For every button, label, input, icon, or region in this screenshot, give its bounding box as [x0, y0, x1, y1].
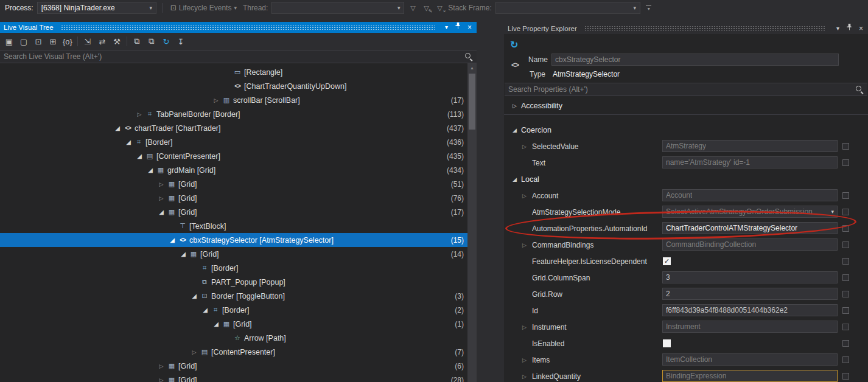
- tree-row-rectangle[interactable]: ▭[Rectangle]: [0, 65, 467, 79]
- tree-row-grdmain-grid[interactable]: ◢▦grdMain [Grid](434): [0, 163, 467, 177]
- lifecycle-events-button[interactable]: ⊡ Lifecycle Events ▾: [168, 2, 239, 14]
- collapse-icon[interactable]: ◢: [513, 176, 521, 182]
- expand-icon[interactable]: ▷: [135, 111, 144, 117]
- refresh-icon[interactable]: ↻: [159, 35, 173, 48]
- duplicate-icon[interactable]: ⧉: [145, 35, 158, 48]
- tree-row-contentpresenter[interactable]: ▷▤[ContentPresenter](7): [0, 345, 467, 359]
- edit-filter-icon[interactable]: ▽✎: [421, 4, 431, 12]
- go-to-source-icon[interactable]: ⇲: [81, 35, 94, 48]
- collapse-icon[interactable]: ◢: [145, 167, 155, 173]
- expand-icon[interactable]: ▷: [522, 357, 532, 363]
- property-row-commandbindings[interactable]: ▷CommandBindingsCommandBindingCollection: [504, 237, 868, 253]
- property-pin-checkbox[interactable]: [842, 159, 849, 166]
- display-layout-adorners-icon[interactable]: ▢: [17, 35, 30, 48]
- tree-row-grid[interactable]: ◢▦[Grid](1): [0, 317, 467, 331]
- collapse-icon[interactable]: ◢: [113, 125, 122, 131]
- property-pin-checkbox[interactable]: [842, 307, 849, 314]
- collapse-icon[interactable]: ◢: [135, 153, 144, 159]
- property-pin-checkbox[interactable]: [842, 225, 849, 232]
- property-pin-checkbox[interactable]: [842, 291, 849, 297]
- property-pin-checkbox[interactable]: [842, 143, 849, 150]
- refresh-icon[interactable]: ↻: [510, 39, 518, 50]
- property-value-field[interactable]: AtmStrategy: [662, 140, 838, 152]
- clear-filter-icon[interactable]: ▽×: [435, 4, 444, 12]
- pin-icon[interactable]: [845, 24, 854, 33]
- pin-icon[interactable]: [453, 23, 463, 32]
- property-value-field[interactable]: BindingExpression: [662, 370, 838, 382]
- toolbar-overflow-button[interactable]: ▾: [644, 5, 654, 11]
- property-row-instrument[interactable]: ▷InstrumentInstrument: [504, 319, 868, 335]
- property-pin-checkbox[interactable]: [842, 192, 849, 199]
- property-pin-checkbox[interactable]: [842, 209, 849, 215]
- tree-row-grid[interactable]: ▷▦[Grid](6): [0, 359, 467, 373]
- property-row-grid-row[interactable]: Grid.Row2: [504, 286, 868, 302]
- property-value-field[interactable]: CommandBindingCollection: [662, 238, 838, 251]
- expand-icon[interactable]: ▷: [522, 373, 532, 380]
- property-explorer-titlebar[interactable]: Live Property Explorer ▾ ×: [504, 23, 868, 34]
- expand-icon[interactable]: ▷: [156, 377, 166, 382]
- property-pin-checkbox[interactable]: [842, 241, 849, 248]
- expand-icon[interactable]: ▷: [513, 103, 521, 109]
- collapse-icon[interactable]: ◢: [200, 307, 210, 313]
- property-row-isenabled[interactable]: IsEnabled: [504, 335, 868, 352]
- tree-row-charttraderquantityupdown[interactable]: <>[ChartTraderQuantityUpDown]: [0, 79, 467, 93]
- chevron-down-icon[interactable]: ▾: [831, 209, 834, 215]
- property-group-coercion[interactable]: ◢Coercion: [504, 122, 868, 138]
- property-search-input[interactable]: Search Properties (Alt+'): [505, 83, 867, 96]
- tree-row-tabpanelborder-border[interactable]: ▷⌗TabPanelBorder [Border](113): [0, 107, 467, 121]
- tree-row-cbxstrategyselector-atmstrategyselector[interactable]: ◢<>cbxStrategySelector [AtmStrategySelec…: [0, 233, 467, 247]
- expand-icon[interactable]: ▷: [156, 195, 166, 201]
- compare-icon[interactable]: ⇄: [96, 35, 109, 48]
- filter-icon[interactable]: ▽: [408, 4, 418, 12]
- tree-row-grid[interactable]: ▷▦[Grid](76): [0, 191, 467, 205]
- tree-row-grid[interactable]: ▷▦[Grid](28): [0, 373, 467, 382]
- scroll-up-icon[interactable]: ▲: [467, 63, 477, 72]
- collapse-icon[interactable]: ◢: [211, 321, 221, 327]
- expand-icon[interactable]: ▷: [522, 193, 532, 199]
- close-icon[interactable]: ×: [856, 24, 866, 33]
- collapse-icon[interactable]: ◢: [513, 127, 521, 133]
- vertical-scrollbar[interactable]: ▲: [467, 63, 477, 382]
- checkbox-unchecked[interactable]: [663, 339, 671, 347]
- track-focused-element-icon[interactable]: {o}: [61, 35, 74, 48]
- name-field[interactable]: cbxStrategySelector: [551, 54, 839, 66]
- expand-icon[interactable]: ▷: [156, 181, 166, 187]
- visual-tree-search-input[interactable]: Search Live Visual Tree (Alt+'): [0, 50, 477, 63]
- property-value-field[interactable]: Instrument: [662, 321, 838, 333]
- property-pin-checkbox[interactable]: [842, 258, 849, 265]
- expand-icon[interactable]: ▷: [522, 242, 532, 248]
- tree-row-border[interactable]: ◢⌗[Border](2): [0, 303, 467, 317]
- property-row-account[interactable]: ▷AccountAccount: [504, 187, 868, 204]
- property-row-items[interactable]: ▷ItemsItemCollection: [504, 352, 868, 368]
- property-row-grid-columnspan[interactable]: Grid.ColumnSpan3: [504, 269, 868, 286]
- tree-row-textblock[interactable]: ⊤[TextBlock]: [0, 219, 467, 233]
- thread-combobox[interactable]: ▾: [271, 2, 404, 14]
- property-value-field[interactable]: f6ff843d39a54f8488d0051404b362e2: [662, 304, 838, 316]
- chevron-down-icon[interactable]: ▾: [630, 5, 640, 11]
- preview-selected-element-icon[interactable]: ⊡: [32, 35, 45, 48]
- tree-row-border[interactable]: ⌗[Border]: [0, 261, 467, 275]
- tree-row-arrow-path[interactable]: ☆Arrow [Path]: [0, 331, 467, 345]
- property-pin-checkbox[interactable]: [842, 274, 849, 281]
- select-element-icon[interactable]: ▣: [2, 35, 16, 48]
- property-row-automationproperties-automationid[interactable]: AutomationProperties.AutomationIdChartTr…: [504, 220, 868, 237]
- tree-row-part-popup-popup[interactable]: ⧉PART_Popup [Popup]: [0, 275, 467, 289]
- property-pin-checkbox[interactable]: [842, 324, 849, 330]
- property-pin-checkbox[interactable]: [842, 340, 849, 347]
- search-icon[interactable]: [464, 52, 473, 61]
- property-row-text[interactable]: Textname='AtmStrategy' id=-1: [504, 155, 868, 171]
- tree-row-contentpresenter[interactable]: ◢▤[ContentPresenter](435): [0, 149, 467, 163]
- checkbox-checked[interactable]: ✓: [663, 257, 671, 265]
- tree-row-border[interactable]: ◢⌗[Border](436): [0, 135, 467, 149]
- collapse-icon[interactable]: ◢: [189, 293, 199, 299]
- search-icon[interactable]: [855, 85, 864, 94]
- tree-row-border-togglebutton[interactable]: ◢⊡Border [ToggleButton](3): [0, 289, 467, 303]
- close-icon[interactable]: ×: [465, 23, 474, 32]
- process-combobox[interactable]: [6368] NinjaTrader.exe ▾: [37, 2, 156, 14]
- expand-icon[interactable]: ▷: [522, 144, 532, 150]
- window-position-icon[interactable]: ▾: [442, 23, 451, 32]
- collapse-icon[interactable]: ◢: [156, 209, 166, 215]
- tree-row-charttrader-charttrader[interactable]: ◢<>chartTrader [ChartTrader](437): [0, 121, 467, 135]
- expand-icon[interactable]: ▷: [189, 349, 199, 355]
- stack-frame-combobox[interactable]: ▾: [495, 2, 640, 14]
